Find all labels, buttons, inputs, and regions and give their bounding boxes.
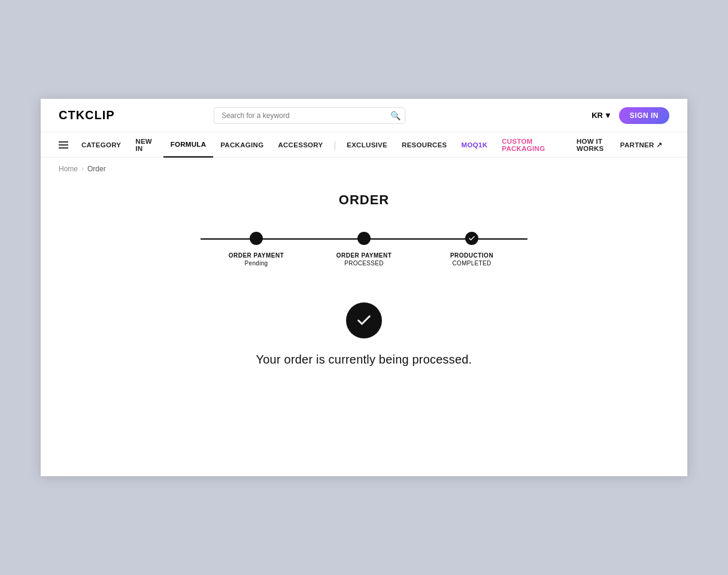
step-2-label: ORDER PAYMENT <box>336 251 392 260</box>
step-2-sublabel: PROCESSED <box>344 260 384 267</box>
nav-item-formula[interactable]: FORMULA <box>163 132 214 158</box>
search-icon[interactable]: 🔍 <box>390 111 401 120</box>
hamburger-menu-icon[interactable] <box>59 141 68 149</box>
nav-item-accessory[interactable]: ACCESSORY <box>271 132 330 158</box>
main-content: ORDER ORDER PAYMENT Pending ORDER PAYMEN… <box>41 180 687 402</box>
success-icon <box>346 302 382 338</box>
step-3-label: PRODUCTION <box>450 251 493 260</box>
breadcrumb: Home › Order <box>41 158 687 180</box>
nav-item-category[interactable]: CATEGORY <box>74 132 128 158</box>
nav-item-moq1k[interactable]: MOQ1K <box>454 132 495 158</box>
step-1-dot <box>250 232 263 245</box>
success-section: Your order is currently being processed. <box>59 302 669 367</box>
site-header: CTKCLIP 🔍 KR ▼ SIGN IN <box>41 99 687 132</box>
step-3: PRODUCTION COMPLETED <box>418 232 526 267</box>
step-3-sublabel: COMPLETED <box>453 260 492 267</box>
nav-item-how-it-works[interactable]: HOW IT WORKS <box>569 138 613 152</box>
sign-in-button[interactable]: SIGN IN <box>619 107 669 124</box>
nav-item-resources[interactable]: RESOURCES <box>395 132 454 158</box>
step-2: ORDER PAYMENT PROCESSED <box>310 232 418 267</box>
success-message: Your order is currently being processed. <box>256 353 472 367</box>
search-input[interactable] <box>214 107 405 124</box>
nav-item-new-in[interactable]: NEW IN <box>128 132 163 158</box>
step-2-dot <box>357 232 371 245</box>
site-logo[interactable]: CTKCLIP <box>59 108 115 122</box>
breadcrumb-home[interactable]: Home <box>59 165 78 173</box>
nav-divider: | <box>330 140 340 150</box>
nav-item-custom-packaging[interactable]: CUSTOM PACKAGING <box>495 132 569 158</box>
step-1-sublabel: Pending <box>245 260 268 267</box>
nav-item-packaging[interactable]: PACKAGING <box>213 132 271 158</box>
step-1: ORDER PAYMENT Pending <box>202 232 310 267</box>
language-selector[interactable]: KR ▼ <box>592 111 612 120</box>
step-1-label: ORDER PAYMENT <box>229 251 284 260</box>
page-title: ORDER <box>59 192 669 208</box>
nav-item-exclusive[interactable]: EXCLUSIVE <box>339 132 395 158</box>
main-nav: CATEGORY NEW IN FORMULA PACKAGING ACCESS… <box>41 132 687 158</box>
nav-right: HOW IT WORKS PARTNER ↗ <box>569 138 669 152</box>
step-3-dot <box>465 232 478 245</box>
order-stepper: ORDER PAYMENT Pending ORDER PAYMENT PROC… <box>59 232 669 267</box>
breadcrumb-separator: › <box>81 165 84 173</box>
nav-item-partner[interactable]: PARTNER ↗ <box>613 141 669 149</box>
chevron-down-icon: ▼ <box>604 111 612 120</box>
breadcrumb-current: Order <box>87 165 106 173</box>
header-right: KR ▼ SIGN IN <box>592 107 669 124</box>
external-link-icon: ↗ <box>656 141 662 149</box>
search-bar: 🔍 <box>214 107 405 124</box>
